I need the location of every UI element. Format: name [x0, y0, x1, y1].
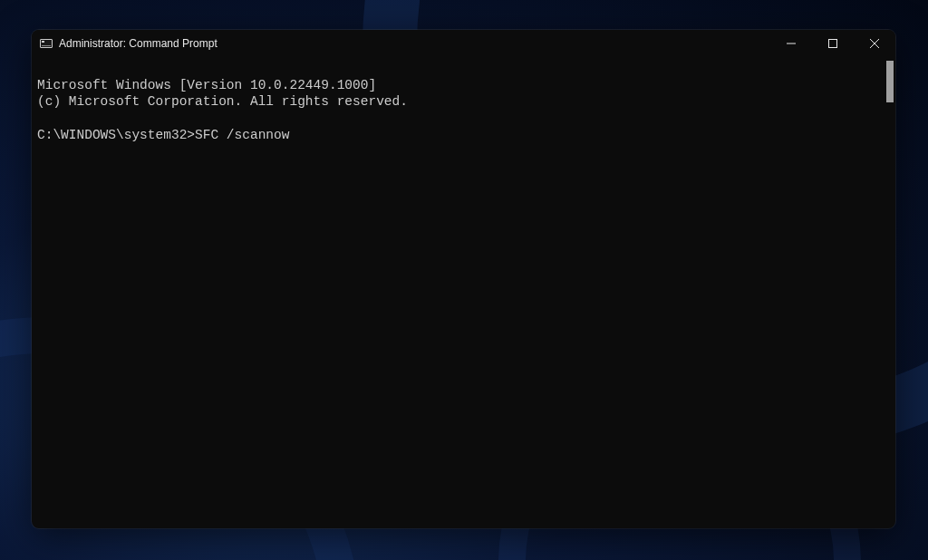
window-title: Administrator: Command Prompt	[59, 37, 218, 50]
command-input: SFC /scannow	[195, 128, 289, 142]
terminal-line: (c) Microsoft Corporation. All rights re…	[37, 94, 408, 109]
terminal-area[interactable]: Microsoft Windows [Version 10.0.22449.10…	[32, 57, 895, 528]
terminal-line: Microsoft Windows [Version 10.0.22449.10…	[37, 78, 376, 92]
titlebar[interactable]: Administrator: Command Prompt	[32, 30, 895, 57]
window-controls	[770, 30, 895, 57]
close-button[interactable]	[854, 30, 895, 57]
minimize-button[interactable]	[770, 30, 812, 57]
maximize-button[interactable]	[812, 30, 854, 57]
cmd-icon	[39, 38, 53, 49]
command-prompt-window: Administrator: Command Prompt Microsoft …	[32, 30, 895, 528]
prompt-path: C:\WINDOWS\system32>	[37, 128, 195, 142]
close-icon	[870, 39, 879, 48]
svg-rect-1	[829, 40, 837, 48]
scrollbar-thumb[interactable]	[886, 61, 894, 102]
maximize-icon	[828, 39, 837, 48]
minimize-icon	[787, 39, 796, 48]
